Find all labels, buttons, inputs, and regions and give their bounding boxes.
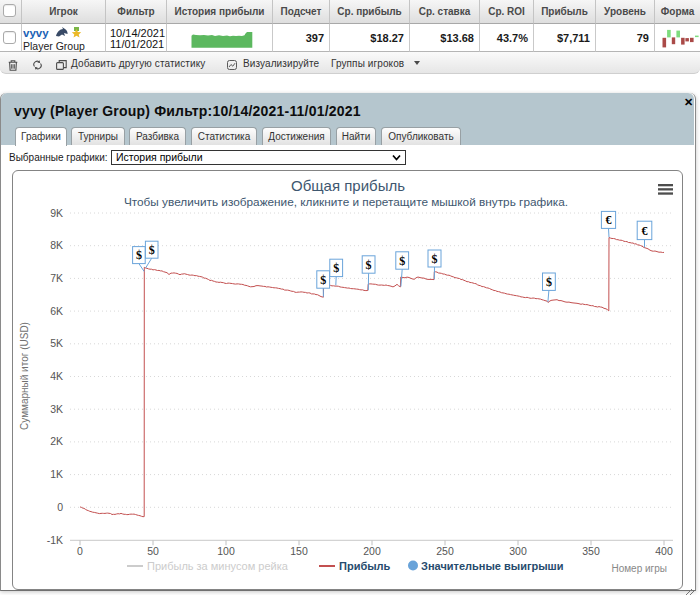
svg-text:4K: 4K (50, 370, 63, 382)
svg-text:Общая прибыль: Общая прибыль (291, 177, 405, 194)
svg-text:$: $ (320, 273, 326, 287)
svg-text:9K: 9K (50, 207, 63, 219)
svg-text:$: $ (432, 252, 438, 266)
svg-text:250: 250 (436, 545, 454, 557)
svg-text:350: 350 (582, 545, 600, 557)
svg-text:$: $ (399, 254, 405, 268)
svg-text:$: $ (366, 258, 372, 272)
svg-text:8K: 8K (50, 239, 63, 251)
svg-text:$: $ (546, 275, 552, 289)
svg-text:Прибыль: Прибыль (339, 560, 391, 572)
svg-text:Суммарный итог (USD): Суммарный итог (USD) (19, 322, 30, 430)
svg-text:€: € (642, 224, 648, 238)
svg-text:2K: 2K (50, 435, 63, 447)
svg-text:Номер игры: Номер игры (611, 563, 667, 574)
svg-text:150: 150 (290, 545, 308, 557)
svg-text:5K: 5K (50, 337, 63, 349)
svg-text:$: $ (136, 248, 142, 262)
svg-text:400: 400 (655, 545, 673, 557)
svg-text:-1K: -1K (47, 534, 63, 546)
svg-text:Значительные выигрыши: Значительные выигрыши (421, 560, 564, 572)
svg-text:100: 100 (217, 545, 235, 557)
svg-text:6K: 6K (50, 305, 63, 317)
svg-text:$: $ (333, 261, 339, 275)
svg-text:3K: 3K (50, 403, 63, 415)
svg-text:Прибыль за минусом рейка: Прибыль за минусом рейка (147, 560, 289, 572)
svg-text:50: 50 (147, 545, 159, 557)
svg-text:€: € (606, 213, 612, 227)
svg-text:300: 300 (509, 545, 527, 557)
svg-text:0: 0 (77, 545, 83, 557)
svg-text:1K: 1K (50, 468, 63, 480)
svg-text:0: 0 (57, 501, 63, 513)
svg-text:$: $ (149, 243, 155, 257)
svg-text:Чтобы увеличить изображение, к: Чтобы увеличить изображение, кликните и … (124, 195, 568, 209)
svg-text:7K: 7K (50, 272, 63, 284)
svg-text:200: 200 (363, 545, 381, 557)
